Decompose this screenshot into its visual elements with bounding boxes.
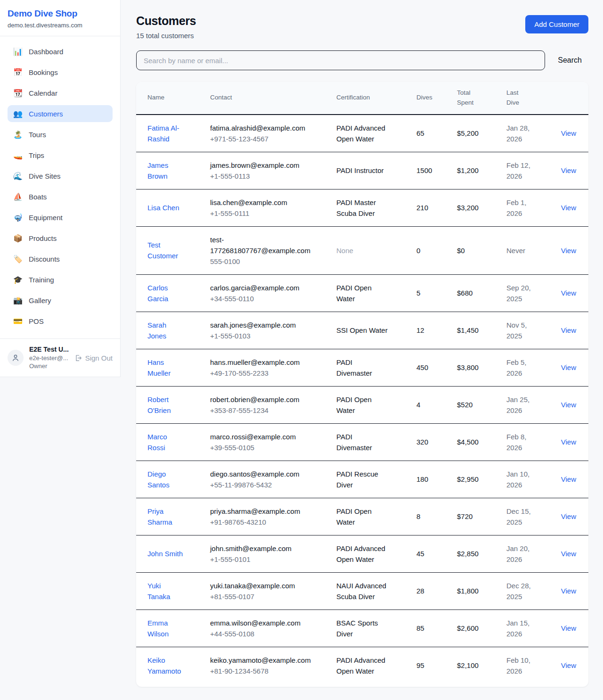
view-customer-link[interactable]: View bbox=[561, 550, 576, 558]
table-row: Emma Wilson emma.wilson@example.com +44-… bbox=[136, 610, 588, 647]
calendar-icon: 📆 bbox=[13, 89, 23, 98]
sidebar-item-calendar[interactable]: 📆 Calendar bbox=[8, 84, 113, 101]
customer-email: emma.wilson@example.com bbox=[210, 618, 316, 628]
customer-name-link[interactable]: Emma Wilson bbox=[147, 618, 184, 639]
sidebar-item-products[interactable]: 📦 Products bbox=[8, 230, 113, 247]
customer-name-link[interactable]: Marco Rossi bbox=[147, 431, 184, 453]
sign-out-icon bbox=[74, 354, 82, 362]
customer-phone: +91-98765-43210 bbox=[210, 517, 316, 527]
view-customer-link[interactable]: View bbox=[561, 204, 576, 212]
view-customer-link[interactable]: View bbox=[561, 326, 576, 334]
customer-name-link[interactable]: Priya Sharma bbox=[147, 506, 184, 527]
column-header: Name bbox=[136, 87, 204, 109]
sidebar-item-dashboard[interactable]: 📊 Dashboard bbox=[8, 43, 113, 60]
customer-name-link[interactable]: Hans Mueller bbox=[147, 357, 184, 379]
view-customer-link[interactable]: View bbox=[561, 289, 576, 297]
table-body: Fatima Al-Rashid fatima.alrashid@example… bbox=[136, 115, 588, 684]
customer-phone: +49-170-555-2233 bbox=[210, 368, 316, 379]
view-customer-link[interactable]: View bbox=[561, 438, 576, 446]
customer-email: hans.mueller@example.com bbox=[210, 357, 316, 368]
sidebar-item-pos[interactable]: 💳 POS bbox=[8, 313, 113, 329]
sidebar-item-tours[interactable]: 🏝️ Tours bbox=[8, 126, 113, 143]
customer-last-dive: Jan 10, 2026 bbox=[506, 469, 537, 490]
customer-dives: 320 bbox=[411, 429, 451, 455]
customer-name-link[interactable]: Lisa Chen bbox=[147, 202, 179, 213]
view-customer-link[interactable]: View bbox=[561, 475, 576, 483]
customer-email: yuki.tanaka@example.com bbox=[210, 580, 316, 591]
customer-dives: 8 bbox=[411, 503, 451, 529]
table-header-row: Name Contact Certification Dives Total S… bbox=[136, 82, 588, 115]
customer-name-link[interactable]: Sarah Jones bbox=[147, 320, 184, 341]
view-customer-link[interactable]: View bbox=[561, 401, 576, 409]
column-header bbox=[551, 87, 588, 109]
customer-dives: 65 bbox=[411, 120, 451, 146]
sidebar-item-customers[interactable]: 👥 Customers bbox=[8, 105, 113, 122]
add-customer-button[interactable]: Add Customer bbox=[525, 15, 588, 33]
customer-total-spent: $2,850 bbox=[451, 541, 501, 567]
view-customer-link[interactable]: View bbox=[561, 166, 576, 174]
main-content: Customers 15 total customers Add Custome… bbox=[121, 0, 603, 700]
customer-last-dive: Jan 28, 2026 bbox=[506, 123, 537, 144]
view-customer-link[interactable]: View bbox=[561, 512, 576, 520]
view-customer-link[interactable]: View bbox=[561, 661, 576, 669]
customer-last-dive: Jan 20, 2026 bbox=[506, 543, 537, 565]
customer-last-dive: Nov 5, 2025 bbox=[506, 320, 537, 341]
customer-name-link[interactable]: Robert O'Brien bbox=[147, 394, 184, 416]
sidebar-item-discounts[interactable]: 🏷️ Discounts bbox=[8, 250, 113, 267]
sign-out-label: Sign Out bbox=[85, 354, 113, 362]
customer-phone: +1-555-0101 bbox=[210, 554, 316, 565]
sidebar-item-bookings[interactable]: 📅 Bookings bbox=[8, 64, 113, 81]
sign-out-button[interactable]: Sign Out bbox=[74, 354, 113, 362]
customer-email: keiko.yamamoto@example.com bbox=[210, 655, 316, 666]
customer-name-link[interactable]: James Brown bbox=[147, 160, 184, 181]
equipment-icon: 🤿 bbox=[13, 213, 23, 222]
brand-block: Demo Dive Shop demo.test.divestreams.com bbox=[0, 0, 120, 36]
search-input[interactable] bbox=[136, 50, 545, 70]
customer-name-link[interactable]: Diego Santos bbox=[147, 469, 184, 490]
customer-certification: PADI Open Water bbox=[336, 282, 389, 304]
view-customer-link[interactable]: View bbox=[561, 363, 576, 371]
customer-name-link[interactable]: John Smith bbox=[147, 548, 183, 559]
customer-email: john.smith@example.com bbox=[210, 543, 316, 554]
customer-phone: 555-0100 bbox=[210, 256, 316, 267]
customer-phone: +1-555-0111 bbox=[210, 208, 316, 219]
customer-dives: 95 bbox=[411, 652, 451, 678]
view-customer-link[interactable]: View bbox=[561, 587, 576, 595]
customer-total-spent: $1,800 bbox=[451, 578, 501, 604]
customer-name-link[interactable]: Test Customer bbox=[147, 239, 184, 261]
customer-name-link[interactable]: Keiko Yamamoto bbox=[147, 655, 184, 676]
customer-certification: NAUI Advanced Scuba Diver bbox=[336, 580, 389, 602]
view-customer-link[interactable]: View bbox=[561, 624, 576, 632]
sidebar-item-dive-sites[interactable]: 🌊 Dive Sites bbox=[8, 167, 113, 184]
view-customer-link[interactable]: View bbox=[561, 247, 576, 255]
sidebar-item-gallery[interactable]: 📸 Gallery bbox=[8, 292, 113, 309]
customer-name-link[interactable]: Fatima Al-Rashid bbox=[147, 123, 184, 144]
customer-email: james.brown@example.com bbox=[210, 160, 316, 171]
table-row: Test Customer test-1772681807767@example… bbox=[136, 227, 588, 275]
discounts-icon: 🏷️ bbox=[13, 255, 23, 264]
sidebar-item-training[interactable]: 🎓 Training bbox=[8, 271, 113, 288]
customer-certification: PADI Master Scuba Diver bbox=[336, 197, 389, 219]
customer-dives: 0 bbox=[411, 238, 451, 264]
sidebar-item-trips[interactable]: 🚤 Trips bbox=[8, 147, 113, 164]
customer-name-link[interactable]: Carlos Garcia bbox=[147, 282, 184, 304]
table-row: Yuki Tanaka yuki.tanaka@example.com +81-… bbox=[136, 573, 588, 610]
customer-certification: PADI Advanced Open Water bbox=[336, 123, 389, 144]
customer-phone: +44-555-0108 bbox=[210, 628, 316, 639]
sidebar-item-equipment[interactable]: 🤿 Equipment bbox=[8, 209, 113, 226]
customer-email: priya.sharma@example.com bbox=[210, 506, 316, 517]
customer-certification: PADI Instructor bbox=[336, 165, 384, 176]
search-button[interactable]: Search bbox=[558, 56, 582, 65]
view-customer-link[interactable]: View bbox=[561, 129, 576, 137]
customer-last-dive: Jan 15, 2026 bbox=[506, 618, 537, 639]
customer-certification: PADI Open Water bbox=[336, 506, 389, 527]
customer-name-link[interactable]: Yuki Tanaka bbox=[147, 580, 184, 602]
table-row: Sarah Jones sarah.jones@example.com +1-5… bbox=[136, 312, 588, 349]
customer-total-spent: $3,800 bbox=[451, 354, 501, 380]
customer-email: marco.rossi@example.com bbox=[210, 431, 316, 442]
sidebar-nav: 📊 Dashboard 📅 Bookings 📆 Calendar 👥 Cust… bbox=[0, 36, 120, 340]
customer-phone: +1-555-0103 bbox=[210, 330, 316, 341]
sidebar-item-boats[interactable]: ⛵ Boats bbox=[8, 188, 113, 205]
table-row: Marco Rossi marco.rossi@example.com +39-… bbox=[136, 424, 588, 461]
shop-title: Demo Dive Shop bbox=[8, 8, 113, 19]
